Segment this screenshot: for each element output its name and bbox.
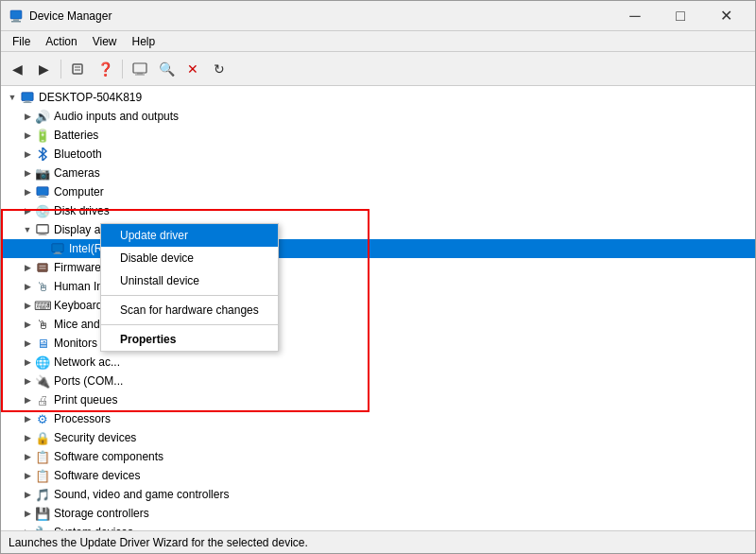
- storage-expand-icon: ▶: [20, 506, 35, 521]
- help-button[interactable]: ❓: [93, 57, 117, 81]
- minimize-button[interactable]: ─: [613, 1, 657, 31]
- tree-item-storage[interactable]: ▶ 💾 Storage controllers: [1, 504, 755, 523]
- tree-item-ports[interactable]: ▶ 🔌 Ports (COM...: [1, 372, 755, 390]
- back-button[interactable]: ◀: [5, 57, 29, 81]
- properties-button[interactable]: [66, 57, 91, 81]
- ctx-uninstall-device[interactable]: Uninstall device: [101, 269, 278, 292]
- intel-expand-icon: [35, 241, 50, 256]
- svg-rect-13: [40, 196, 44, 197]
- ctx-update-driver[interactable]: Update driver: [101, 224, 278, 247]
- svg-rect-16: [40, 234, 44, 234]
- tree-item-sound[interactable]: ▶ 🎵 Sound, video and game controllers: [1, 485, 755, 504]
- ctx-separator: [101, 295, 278, 296]
- status-bar: Launches the Update Driver Wizard for th…: [1, 530, 755, 553]
- tree-root[interactable]: ▼ DESKTOP-504K819: [1, 88, 755, 107]
- disk-icon: 💿: [35, 203, 50, 218]
- monitors-icon: 🖥: [35, 336, 50, 351]
- processors-expand-icon: ▶: [20, 411, 35, 426]
- tree-item-computer[interactable]: ▶ Computer: [1, 182, 755, 201]
- computer-button[interactable]: [128, 57, 152, 81]
- svg-rect-11: [24, 102, 32, 103]
- svg-rect-6: [133, 63, 146, 73]
- svg-rect-0: [10, 10, 22, 19]
- tree-item-security[interactable]: ▶ 🔒 Security devices: [1, 428, 755, 447]
- bluetooth-label: Bluetooth: [54, 147, 102, 161]
- svg-rect-10: [25, 101, 29, 102]
- menu-bar: File Action View Help: [1, 31, 755, 52]
- svg-rect-1: [13, 19, 19, 21]
- sw-comp-icon: 📋: [35, 449, 50, 464]
- tree-item-audio[interactable]: ▶ 🔊 Audio inputs and outputs: [1, 107, 755, 126]
- sw-comp-expand-icon: ▶: [20, 449, 35, 464]
- tree-item-software-components[interactable]: ▶ 📋 Software components: [1, 447, 755, 466]
- ctx-disable-device[interactable]: Disable device: [101, 247, 278, 269]
- system-expand-icon: ▶: [20, 525, 35, 530]
- bluetooth-icon: [35, 147, 50, 162]
- mice-icon: 🖱: [35, 317, 50, 332]
- monitors-label: Monitors: [54, 337, 97, 350]
- root-expand-icon: ▼: [5, 90, 20, 105]
- sound-icon: 🎵: [35, 487, 50, 502]
- tree-item-software-devices[interactable]: ▶ 📋 Software devices: [1, 466, 755, 485]
- menu-help[interactable]: Help: [125, 33, 163, 50]
- printq-icon: 🖨: [35, 392, 50, 407]
- processors-label: Processors: [54, 412, 111, 425]
- menu-file[interactable]: File: [5, 33, 38, 50]
- remove-button[interactable]: ✕: [180, 57, 205, 81]
- tree-item-cameras[interactable]: ▶ 📷 Cameras: [1, 164, 755, 182]
- network-expand-icon: ▶: [20, 355, 35, 370]
- svg-rect-14: [39, 197, 47, 198]
- menu-view[interactable]: View: [85, 33, 125, 50]
- ctx-separator-2: [101, 324, 278, 325]
- ports-label: Ports (COM...: [54, 374, 123, 388]
- security-expand-icon: ▶: [20, 430, 35, 445]
- sw-comp-label: Software components: [54, 450, 163, 463]
- context-menu: Update driver Disable device Uninstall d…: [100, 223, 279, 352]
- svg-rect-7: [137, 73, 143, 75]
- ctx-scan-hardware[interactable]: Scan for hardware changes: [101, 299, 278, 321]
- svg-rect-3: [73, 64, 82, 74]
- svg-rect-17: [39, 234, 47, 235]
- menu-action[interactable]: Action: [38, 33, 84, 50]
- hid-icon: 🖱: [35, 279, 50, 294]
- update-button[interactable]: ↻: [207, 57, 232, 81]
- forward-button[interactable]: ▶: [31, 57, 56, 81]
- computer-icon: [20, 90, 35, 105]
- scan-button[interactable]: 🔍: [154, 57, 179, 81]
- sound-label: Sound, video and game controllers: [54, 488, 229, 501]
- svg-rect-19: [55, 252, 60, 253]
- mice-expand-icon: ▶: [20, 317, 35, 332]
- root-label: DESKTOP-504K819: [39, 91, 142, 104]
- tree-item-printq[interactable]: ▶ 🖨 Print queues: [1, 390, 755, 409]
- svg-rect-20: [54, 253, 62, 254]
- tree-item-batteries[interactable]: ▶ 🔋 Batteries: [1, 126, 755, 145]
- toolbar: ◀ ▶ ❓ 🔍 ✕ ↻: [1, 52, 755, 86]
- audio-icon: 🔊: [35, 109, 50, 124]
- batteries-expand-icon: ▶: [20, 128, 35, 143]
- svg-rect-12: [37, 187, 48, 196]
- security-label: Security devices: [54, 431, 136, 444]
- tree-item-bluetooth[interactable]: ▶ Bluetooth: [1, 145, 755, 164]
- sound-expand-icon: ▶: [20, 487, 35, 502]
- display-icon: [35, 222, 50, 237]
- window-title: Device Manager: [29, 9, 613, 23]
- svg-rect-18: [52, 244, 63, 252]
- svg-rect-9: [22, 93, 33, 101]
- system-icon: 🔧: [35, 525, 50, 530]
- tree-panel[interactable]: ▼ DESKTOP-504K819 ▶ 🔊 Audio inputs and o…: [1, 86, 755, 530]
- firmware-icon: [35, 260, 50, 275]
- tree-item-processors[interactable]: ▶ ⚙ Processors: [1, 409, 755, 428]
- tree-item-network[interactable]: ▶ 🌐 Network ac...: [1, 353, 755, 372]
- audio-label: Audio inputs and outputs: [54, 110, 179, 123]
- keyboards-icon: ⌨: [35, 298, 50, 313]
- storage-label: Storage controllers: [54, 507, 149, 520]
- status-text: Launches the Update Driver Wizard for th…: [9, 536, 308, 549]
- tree-item-diskdrives[interactable]: ▶ 💿 Disk drives: [1, 201, 755, 220]
- restore-button[interactable]: □: [659, 1, 702, 31]
- device-manager-window: Device Manager ─ □ ✕ File Action View He…: [0, 0, 756, 554]
- svg-rect-2: [11, 21, 21, 23]
- close-button[interactable]: ✕: [704, 1, 747, 31]
- tree-item-system[interactable]: ▶ 🔧 System devices: [1, 523, 755, 530]
- ctx-properties[interactable]: Properties: [101, 328, 278, 351]
- printq-expand-icon: ▶: [20, 392, 35, 407]
